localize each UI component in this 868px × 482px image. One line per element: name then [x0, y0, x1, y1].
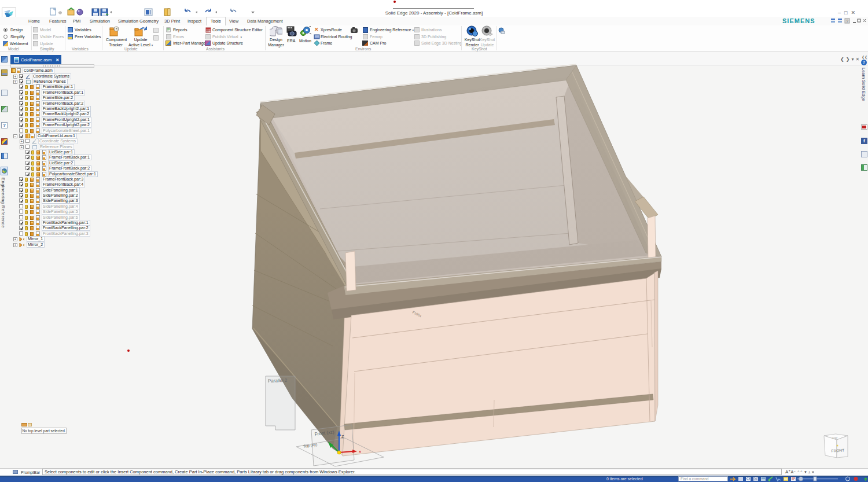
svg-text:×: × [359, 450, 361, 454]
svg-text:FRONT: FRONT [832, 448, 845, 452]
svg-text:?: ? [846, 19, 848, 23]
svg-text:Parallel 2: Parallel 2 [268, 378, 288, 384]
svg-text:Z: Z [341, 435, 344, 439]
svg-text:TOP: TOP [832, 437, 837, 440]
